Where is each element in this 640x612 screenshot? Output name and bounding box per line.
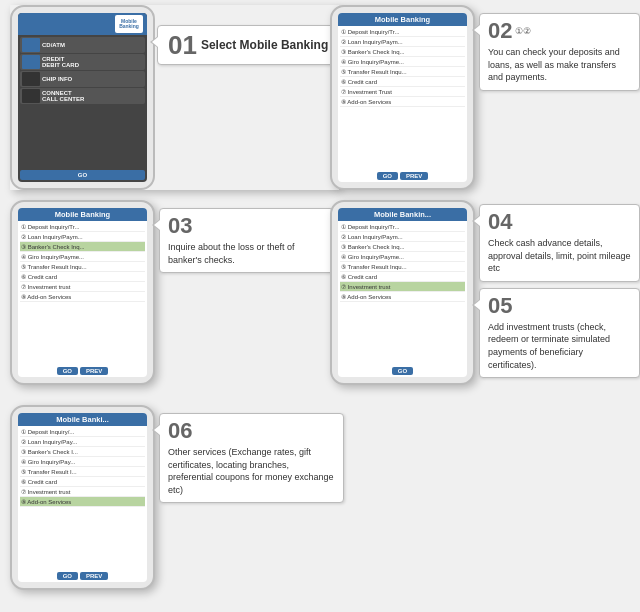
mb-go-btn-6[interactable]: GO <box>57 572 78 580</box>
step6-callout: 06 Other services (Exchange rates, gift … <box>159 413 344 503</box>
step3-number: 03 <box>168 215 192 237</box>
mb-header-6: Mobile Banki... <box>18 413 147 426</box>
step2-callout-wrapper: 02 ①② You can check your deposits and lo… <box>479 13 640 91</box>
mb-item-4-5[interactable]: ⑤ Transfer Result Inqu... <box>340 262 465 272</box>
main-menu-header: MobileBanking <box>18 13 147 35</box>
mb-screen-2: Mobile Banking ① Deposit Inquiry/Tr... ②… <box>338 13 467 182</box>
step2-number: 02 <box>488 20 512 42</box>
mb-item-4-1[interactable]: ① Deposit Inquiry/Tr... <box>340 222 465 232</box>
mb-item-4-8[interactable]: ⑧ Add-on Services <box>340 292 465 302</box>
step1-number: 01 <box>168 32 197 58</box>
step2-phone: Mobile Banking ① Deposit Inquiry/Tr... ②… <box>330 5 475 190</box>
menu-item-chipinfo[interactable]: CHIP INFO <box>20 71 145 87</box>
step2-callout: 02 ①② You can check your deposits and lo… <box>479 13 640 91</box>
mb-item-4-4[interactable]: ④ Giro Inquiry/Payme... <box>340 252 465 262</box>
menu-item-cdatm[interactable]: CD/ATM <box>20 37 145 53</box>
step6-screen: Mobile Banki... ① Deposit Inquiry/... ② … <box>18 413 147 582</box>
mb-prev-btn-2[interactable]: PREV <box>400 172 428 180</box>
chipinfo-label: CHIP INFO <box>42 76 72 82</box>
mb-list-2: ① Deposit Inquiry/Tr... ② Loan Inquiry/P… <box>338 26 467 170</box>
mb-item-6-8[interactable]: ⑧ Add-on Services <box>20 497 145 507</box>
mb-header-4: Mobile Bankin... <box>338 208 467 221</box>
step2-description: You can check your deposits and loans, a… <box>488 46 631 84</box>
mb-item-4-6[interactable]: ⑥ Credit card <box>340 272 465 282</box>
mb-screen-6: Mobile Banki... ① Deposit Inquiry/... ② … <box>18 413 147 582</box>
step3-callout: 03 Inquire about the loss or theft of ba… <box>159 208 334 273</box>
mb-item-3-8[interactable]: ⑧ Add-on Services <box>20 292 145 302</box>
step3-arrow-fill <box>154 220 160 230</box>
mb-item-2-5[interactable]: ⑤ Transfer Result Inqu... <box>340 67 465 77</box>
mb-item-3-3[interactable]: ③ Banker's Check Inq... <box>20 242 145 252</box>
step2-header: 02 ①② <box>488 20 631 42</box>
step6-callout-wrapper: 06 Other services (Exchange rates, gift … <box>159 413 344 503</box>
mb-item-6-5[interactable]: ⑤ Transfer Result I... <box>20 467 145 477</box>
step6-arrow-fill <box>154 425 160 435</box>
mb-item-4-7[interactable]: ⑦ Investment trust <box>340 282 465 292</box>
step1-callout: 01 Select Mobile Banking <box>157 25 339 65</box>
step3-phone: Mobile Banking ① Deposit Inquiry/Tr... ②… <box>10 200 155 385</box>
step5-number: 05 <box>488 295 512 317</box>
menu-item-callcenter[interactable]: CONNECTCALL CENTER <box>20 88 145 104</box>
mb-go-btn-3[interactable]: GO <box>57 367 78 375</box>
mb-item-2-4[interactable]: ④ Giro Inquiry/Payme... <box>340 57 465 67</box>
step2-arrow-fill <box>474 25 480 35</box>
step5-callout: 05 Add investment trusts (check, redeem … <box>479 288 640 378</box>
step4-callout: 04 Check cash advance details, approval … <box>479 204 640 282</box>
chipinfo-icon <box>22 72 40 86</box>
step2-circles: ①② <box>515 26 531 36</box>
step6-number: 06 <box>168 420 192 442</box>
mb-item-3-4[interactable]: ④ Giro Inquiry/Payme... <box>20 252 145 262</box>
step3-callout-wrapper: 03 Inquire about the loss or theft of ba… <box>159 208 334 273</box>
mb-item-2-8[interactable]: ⑧ Add-on Services <box>340 97 465 107</box>
step2-container: Mobile Banking ① Deposit Inquiry/Tr... ②… <box>330 5 640 190</box>
mb-item-6-4[interactable]: ④ Giro Inquiry/Pay... <box>20 457 145 467</box>
creditcard-icon <box>22 55 40 69</box>
mb-item-6-3[interactable]: ③ Banker's Check I... <box>20 447 145 457</box>
step4-5-callouts: 04 Check cash advance details, approval … <box>479 204 640 378</box>
mb-item-3-6[interactable]: ⑥ Credit card <box>20 272 145 282</box>
step4-number: 04 <box>488 211 512 233</box>
step6-container: Mobile Banki... ① Deposit Inquiry/... ② … <box>10 405 344 590</box>
step1-screen: MobileBanking CD/ATM CREDITDEBIT CARD <box>18 13 147 182</box>
step3-screen: Mobile Banking ① Deposit Inquiry/Tr... ②… <box>18 208 147 377</box>
mb-prev-btn-3[interactable]: PREV <box>80 367 108 375</box>
mb-go-btn-2[interactable]: GO <box>377 172 398 180</box>
mb-list-4: ① Deposit Inquiry/Tr... ② Loan Inquiry/P… <box>338 221 467 365</box>
mb-footer-2: GO PREV <box>338 170 467 182</box>
step1-callout-content: 01 Select Mobile Banking <box>168 32 328 58</box>
mb-item-2-7[interactable]: ⑦ Investment Trust <box>340 87 465 97</box>
mb-item-2-1[interactable]: ① Deposit Inquiry/Tr... <box>340 27 465 37</box>
mb-item-3-5[interactable]: ⑤ Transfer Result Inqu... <box>20 262 145 272</box>
mb-item-2-2[interactable]: ② Loan Inquiry/Paym... <box>340 37 465 47</box>
step6-phone: Mobile Banki... ① Deposit Inquiry/... ② … <box>10 405 155 590</box>
callcenter-label: CONNECTCALL CENTER <box>42 90 84 102</box>
mb-item-2-3[interactable]: ③ Banker's Check Inq... <box>340 47 465 57</box>
menu-item-creditcard[interactable]: CREDITDEBIT CARD <box>20 54 145 70</box>
step4-screen: Mobile Bankin... ① Deposit Inquiry/Tr...… <box>338 208 467 377</box>
mobile-banking-logo: MobileBanking <box>115 15 143 33</box>
mb-prev-btn-6[interactable]: PREV <box>80 572 108 580</box>
mb-item-4-3[interactable]: ③ Banker's Check Inq... <box>340 242 465 252</box>
mb-item-6-2[interactable]: ② Loan Inquiry/Pay... <box>20 437 145 447</box>
step2-screen: Mobile Banking ① Deposit Inquiry/Tr... ②… <box>338 13 467 182</box>
mb-item-6-1[interactable]: ① Deposit Inquiry/... <box>20 427 145 437</box>
mb-screen-4: Mobile Bankin... ① Deposit Inquiry/Tr...… <box>338 208 467 377</box>
mb-header-3: Mobile Banking <box>18 208 147 221</box>
callout-arrow-fill <box>152 37 158 47</box>
main-go-button[interactable]: GO <box>20 170 145 180</box>
step4-description: Check cash advance details, approval det… <box>488 237 631 275</box>
mb-item-6-6[interactable]: ⑥ Credit card <box>20 477 145 487</box>
mb-header-2: Mobile Banking <box>338 13 467 26</box>
mb-item-2-6[interactable]: ⑥ Credit card <box>340 77 465 87</box>
step3-description: Inquire about the loss or theft of banke… <box>168 241 325 266</box>
mb-go-btn-4[interactable]: GO <box>392 367 413 375</box>
mb-screen-3: Mobile Banking ① Deposit Inquiry/Tr... ②… <box>18 208 147 377</box>
mb-item-3-1[interactable]: ① Deposit Inquiry/Tr... <box>20 222 145 232</box>
mb-item-3-2[interactable]: ② Loan Inquiry/Paym... <box>20 232 145 242</box>
step5-arrow-fill <box>474 300 480 310</box>
mb-item-4-2[interactable]: ② Loan Inquiry/Paym... <box>340 232 465 242</box>
cdatm-icon <box>22 38 40 52</box>
mb-item-6-7[interactable]: ⑦ Investment trust <box>20 487 145 497</box>
main-menu-items: CD/ATM CREDITDEBIT CARD CHIP INFO <box>18 35 147 168</box>
mb-item-3-7[interactable]: ⑦ Investment trust <box>20 282 145 292</box>
